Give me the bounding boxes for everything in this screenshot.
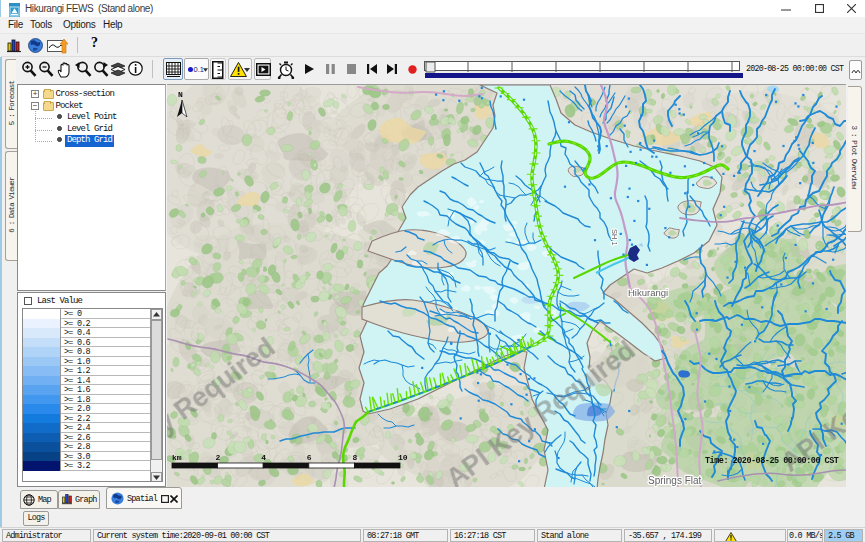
svg-text:8: 8 [352, 453, 357, 462]
svg-text:Springs Flat: Springs Flat [648, 475, 702, 486]
svg-text:6: 6 [307, 453, 312, 462]
svg-text:Time: 2020-08-25 00:00:00 CST: Time: 2020-08-25 00:00:00 CST [705, 456, 839, 466]
svg-text:km: km [172, 453, 182, 462]
svg-text:2: 2 [216, 453, 221, 462]
svg-text:N: N [178, 90, 183, 99]
svg-text:10: 10 [398, 453, 408, 462]
svg-text:Hikurangi: Hikurangi [628, 287, 668, 298]
svg-text:SH 1: SH 1 [610, 229, 619, 246]
svg-text:4: 4 [261, 453, 266, 462]
